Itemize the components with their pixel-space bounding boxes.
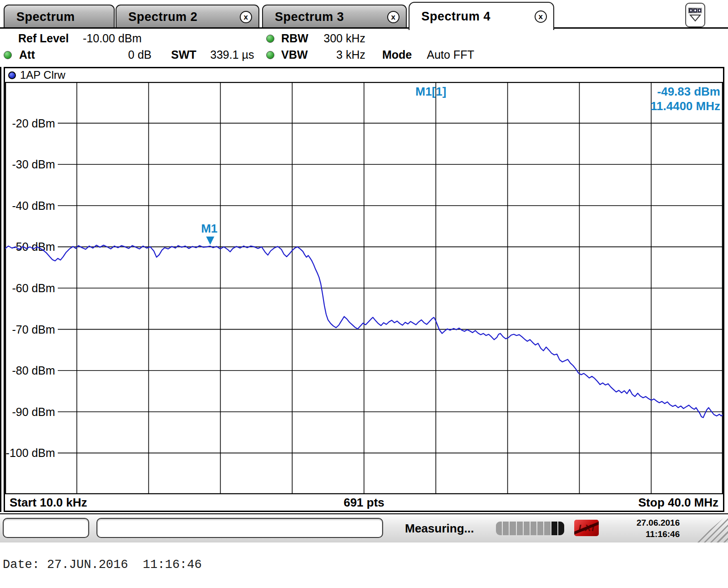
- rbw-value[interactable]: 300 kHz: [313, 32, 365, 45]
- progress-segment: [537, 522, 543, 535]
- tabbar-divider: [553, 27, 728, 29]
- trace-info-row: 1AP Clrw: [5, 68, 723, 82]
- sweep-progress-bar: [496, 522, 564, 535]
- svg-text:-20 dBm: -20 dBm: [12, 117, 55, 130]
- resize-grip[interactable]: [695, 514, 728, 542]
- swt-label: SWT: [171, 48, 197, 61]
- close-icon[interactable]: x: [387, 11, 399, 23]
- spectrum-grid: -20 dBm-30 dBm-40 dBm-50 dBm-60 dBm-70 d…: [5, 82, 723, 494]
- progress-segment: [531, 522, 536, 535]
- tab-label: Spectrum 4: [421, 10, 530, 24]
- tabbar-divider: [0, 27, 410, 29]
- svg-text:-40 dBm: -40 dBm: [12, 199, 55, 212]
- stop-frequency-label[interactable]: Stop 40.0 MHz: [638, 496, 718, 510]
- svg-text:M1: M1: [201, 222, 217, 235]
- diagram-area: 1AP Clrw -20 dBm-30 dBm-40 dBm-50 dBm-60…: [4, 67, 724, 512]
- progress-segment: [496, 522, 502, 535]
- sweep-points-label: 691 pts: [5, 496, 723, 510]
- status-time: 11:16:46: [637, 528, 680, 540]
- svg-text:-30 dBm: -30 dBm: [12, 158, 55, 171]
- screen-edge-line: [0, 67, 1, 512]
- progress-segment: [503, 522, 509, 535]
- measuring-status: Measuring...: [405, 514, 474, 542]
- svg-text:-80 dBm: -80 dBm: [12, 364, 55, 377]
- svg-text:-60 dBm: -60 dBm: [12, 282, 55, 294]
- progress-segment: [524, 522, 530, 535]
- rbw-led-icon: [266, 35, 274, 43]
- tab-label: Spectrum 2: [128, 10, 235, 24]
- att-label: Att: [19, 48, 35, 61]
- x-axis-row: Start 10.0 kHz 691 pts Stop 40.0 MHz: [5, 494, 723, 511]
- vbw-label: VBW: [281, 48, 308, 61]
- progress-segment: [544, 522, 550, 535]
- progress-segment: [558, 522, 564, 535]
- tabs-strip-icon: [688, 8, 702, 13]
- mode-value[interactable]: Auto FFT: [427, 48, 474, 61]
- marker-frequency-value: 11.4400 MHz: [651, 99, 720, 113]
- swt-value[interactable]: 339.1 µs: [210, 48, 254, 61]
- mode-label: Mode: [382, 48, 412, 61]
- tab-label: Spectrum 3: [275, 10, 383, 24]
- datetime-display: 27.06.2016 11:16:46: [637, 517, 680, 540]
- rbw-label: RBW: [281, 32, 308, 45]
- vbw-led-icon: [266, 51, 274, 59]
- tab-bar: Spectrum Spectrum 2 x Spectrum 3 x Spect…: [0, 0, 728, 30]
- att-value[interactable]: 0 dB: [104, 48, 152, 61]
- screenshot-date-line: Date: 27.JUN.2016 11:16:46: [3, 558, 202, 572]
- svg-text:-90 dBm: -90 dBm: [12, 406, 55, 418]
- status-date: 27.06.2016: [637, 517, 680, 528]
- tab-spectrum-3[interactable]: Spectrum 3 x: [262, 5, 407, 28]
- marker-readout-name[interactable]: M1[1]: [415, 85, 446, 99]
- progress-segment: [551, 522, 557, 535]
- ref-level-value[interactable]: -10.00 dBm: [83, 32, 142, 45]
- trace1-led-icon: [8, 71, 16, 79]
- svg-text:-50 dBm: -50 dBm: [12, 240, 55, 253]
- progress-segment: [517, 522, 523, 535]
- vbw-value[interactable]: 3 kHz: [313, 48, 365, 61]
- status-bar: Measuring... LXI 27.06.2016 11:16:46: [0, 513, 728, 542]
- close-icon[interactable]: x: [240, 11, 252, 23]
- tab-overview-button[interactable]: [685, 3, 705, 27]
- close-icon[interactable]: x: [535, 10, 547, 23]
- status-field-left[interactable]: [3, 518, 89, 538]
- tab-spectrum[interactable]: Spectrum: [4, 5, 115, 28]
- spectrum-analyzer-screen: Spectrum Spectrum 2 x Spectrum 3 x Spect…: [0, 0, 728, 588]
- tab-spectrum-4[interactable]: Spectrum 4 x: [409, 2, 554, 30]
- trace1-label[interactable]: 1AP Clrw: [20, 69, 66, 81]
- status-field-message[interactable]: [96, 518, 383, 538]
- lxi-status-icon[interactable]: LXI: [574, 520, 599, 536]
- att-led-icon: [4, 51, 12, 59]
- tab-label: Spectrum: [16, 10, 107, 24]
- tab-spectrum-2[interactable]: Spectrum 2 x: [116, 5, 259, 28]
- svg-text:-100 dBm: -100 dBm: [6, 446, 55, 459]
- settings-header: Ref Level -10.00 dBm RBW 300 kHz Att 0 d…: [0, 29, 728, 67]
- ref-level-label: Ref Level: [18, 32, 69, 45]
- marker-level-value: -49.83 dBm: [657, 85, 720, 99]
- chevron-down-icon: [688, 14, 702, 22]
- svg-text:-70 dBm: -70 dBm: [12, 323, 55, 336]
- progress-segment: [510, 522, 516, 535]
